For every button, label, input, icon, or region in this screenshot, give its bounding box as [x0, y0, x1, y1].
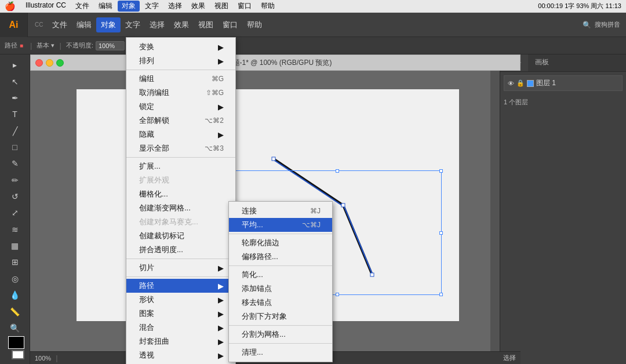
- traffic-yellow[interactable]: [46, 59, 53, 67]
- menu-item-perspective[interactable]: 透视▶: [126, 348, 235, 362]
- mac-menu-items: Illustrator CC 文件 编辑 对象 文字 选择 效果 视图 窗口 帮…: [21, 1, 538, 12]
- layer-name[interactable]: 图层 1: [536, 78, 556, 88]
- tool-type[interactable]: T: [5, 107, 26, 122]
- fill-box[interactable]: [8, 336, 24, 349]
- mb-menu-edit[interactable]: 编辑: [72, 17, 96, 32]
- mb-menu-effect[interactable]: 效果: [169, 17, 194, 32]
- menu-item-rasterize[interactable]: 栅格化...: [126, 187, 235, 201]
- menu-item-mosaic[interactable]: 创建对象马赛克...: [126, 215, 235, 229]
- mac-menu-effect[interactable]: 效果: [187, 1, 209, 12]
- svg-rect-4: [272, 157, 275, 161]
- menu-item-arrange[interactable]: 排列▶: [126, 54, 235, 68]
- stroke-box[interactable]: [12, 350, 24, 359]
- mac-menu-window[interactable]: 窗口: [234, 1, 256, 12]
- menu-item-hide[interactable]: 隐藏▶: [126, 128, 235, 141]
- mb-menu-select[interactable]: 选择: [145, 17, 169, 32]
- tool-measure[interactable]: 📏: [5, 304, 26, 319]
- mac-menu-file[interactable]: 文件: [71, 1, 93, 12]
- menu-item-envelope[interactable]: 封套扭曲▶: [126, 334, 235, 348]
- svg-line-3: [344, 207, 373, 276]
- menu-item-show-all[interactable]: 显示全部⌥⌘3: [126, 141, 235, 155]
- menu-bar: CC 文件 编辑 对象 文字 选择 效果 视图 窗口 帮助: [28, 13, 269, 37]
- tool-select[interactable]: ▸: [5, 57, 26, 72]
- menu-item-lock[interactable]: 锁定▶: [126, 100, 235, 114]
- path-color-indicator: ■: [20, 42, 23, 49]
- mb-menu-file[interactable]: 文件: [48, 17, 72, 32]
- right-panel: 图层 画板 👁 🔒 图层 1 1 个图层: [500, 54, 626, 364]
- basic-label: 基本 ▾: [37, 41, 54, 50]
- mb-menu-text[interactable]: 文字: [121, 17, 145, 32]
- tool-eyedrop[interactable]: 💧: [5, 287, 26, 303]
- zoom-level[interactable]: 100%: [35, 355, 51, 362]
- sub-sep1: [229, 234, 332, 234]
- left-toolbox: ▸ ↖ ✒ T ╱ □ ✎ ✏ ↺ ⤢ ≋ ▦ ⊞ ◎ 💧 📏 🔍: [0, 54, 30, 364]
- sub-sep2: [229, 265, 332, 266]
- toolbar-right: 🔍 搜狗拼音: [583, 20, 626, 29]
- submenu-path-dropdown: 连接⌘J 平均...⌥⌘J 轮廓化描边 偏移路径... 简化... 添加锚点 移…: [228, 201, 333, 362]
- mac-menu-help[interactable]: 帮助: [257, 1, 279, 12]
- tool-warp[interactable]: ≋: [5, 222, 26, 237]
- submenu-clean[interactable]: 清理...: [229, 345, 332, 359]
- tool-rect[interactable]: □: [5, 140, 26, 155]
- menu-item-flatten[interactable]: 拼合透明度...: [126, 243, 235, 257]
- mac-menu-view[interactable]: 视图: [210, 1, 232, 12]
- sep1: [126, 70, 235, 70]
- submenu-divide-below[interactable]: 分割下方对象: [229, 310, 332, 323]
- tool-zoom[interactable]: 🔍: [5, 321, 26, 336]
- menu-item-expand-appearance[interactable]: 扩展外观: [126, 173, 235, 187]
- tab-artboards[interactable]: 画板: [528, 54, 556, 71]
- app-toolbar: Ai CC 文件 编辑 对象 文字 选择 效果 视图 窗口 帮助 🔍 搜狗拼音: [0, 13, 626, 37]
- submenu-split-grid[interactable]: 分割为网格...: [229, 327, 332, 341]
- svg-line-2: [275, 161, 344, 207]
- sub-sep4: [229, 343, 332, 344]
- menu-item-slice[interactable]: 切片▶: [126, 261, 235, 275]
- mac-menu-illustrator[interactable]: Illustrator CC: [21, 1, 70, 12]
- tool-line[interactable]: ╱: [5, 123, 26, 138]
- tool-blend[interactable]: ◎: [5, 271, 26, 286]
- menu-item-path[interactable]: 路径▶: [126, 279, 235, 293]
- layer-row[interactable]: 👁 🔒 图层 1: [504, 75, 623, 91]
- menu-item-gradient-mesh[interactable]: 创建渐变网格...: [126, 201, 235, 215]
- menu-item-blend[interactable]: 混合▶: [126, 321, 235, 334]
- tool-gradient[interactable]: ▦: [5, 238, 26, 253]
- menu-item-group[interactable]: 编组⌘G: [126, 72, 235, 86]
- menu-item-ungroup[interactable]: 取消编组⇧⌘G: [126, 86, 235, 100]
- mb-menu-object[interactable]: 对象: [96, 17, 121, 32]
- tool-direct-select[interactable]: ↖: [5, 74, 26, 89]
- mac-menu-object[interactable]: 对象: [118, 1, 140, 12]
- menu-item-crop-marks[interactable]: 创建裁切标记: [126, 229, 235, 243]
- layer-count: 1 个图层: [500, 94, 626, 110]
- submenu-simplify[interactable]: 简化...: [229, 268, 332, 282]
- submenu-offset-path[interactable]: 偏移路径...: [229, 250, 332, 264]
- tool-rotate[interactable]: ↺: [5, 189, 26, 204]
- tool-pen[interactable]: ✒: [5, 90, 26, 105]
- layer-lock[interactable]: 🔒: [516, 79, 525, 87]
- tool-mesh[interactable]: ⊞: [5, 254, 26, 270]
- tool-paintbrush[interactable]: ✎: [5, 156, 26, 171]
- menu-item-shape[interactable]: 形状▶: [126, 293, 235, 307]
- submenu-add-anchor[interactable]: 添加锚点: [229, 282, 332, 296]
- status-text: 选择: [503, 354, 516, 362]
- mb-menu-view[interactable]: 视图: [194, 17, 218, 32]
- submenu-average[interactable]: 平均...⌥⌘J: [229, 218, 332, 232]
- mac-menu-edit[interactable]: 编辑: [94, 1, 117, 12]
- mac-menu-text[interactable]: 文字: [141, 1, 163, 12]
- mac-menu-select[interactable]: 选择: [164, 1, 186, 12]
- mb-item-cc: CC: [30, 19, 48, 30]
- traffic-green[interactable]: [56, 59, 64, 67]
- menu-item-transform[interactable]: 变换▶: [126, 40, 235, 54]
- menu-item-unlock-all[interactable]: 全部解锁⌥⌘2: [126, 114, 235, 128]
- submenu-outline-stroke[interactable]: 轮廓化描边: [229, 236, 332, 250]
- apple-icon[interactable]: 🍎: [5, 1, 16, 12]
- opacity-input[interactable]: [96, 41, 125, 50]
- mb-menu-window[interactable]: 窗口: [218, 17, 242, 32]
- menu-item-expand[interactable]: 扩展...: [126, 159, 235, 173]
- menu-item-pattern[interactable]: 图案▶: [126, 307, 235, 321]
- tool-scale[interactable]: ⤢: [5, 205, 26, 220]
- tool-pencil[interactable]: ✏: [5, 173, 26, 188]
- traffic-red[interactable]: [35, 59, 43, 67]
- submenu-remove-anchor[interactable]: 移去锚点: [229, 296, 332, 310]
- submenu-join[interactable]: 连接⌘J: [229, 204, 332, 218]
- layer-visibility[interactable]: 👁: [508, 80, 514, 87]
- mb-menu-help[interactable]: 帮助: [242, 17, 267, 32]
